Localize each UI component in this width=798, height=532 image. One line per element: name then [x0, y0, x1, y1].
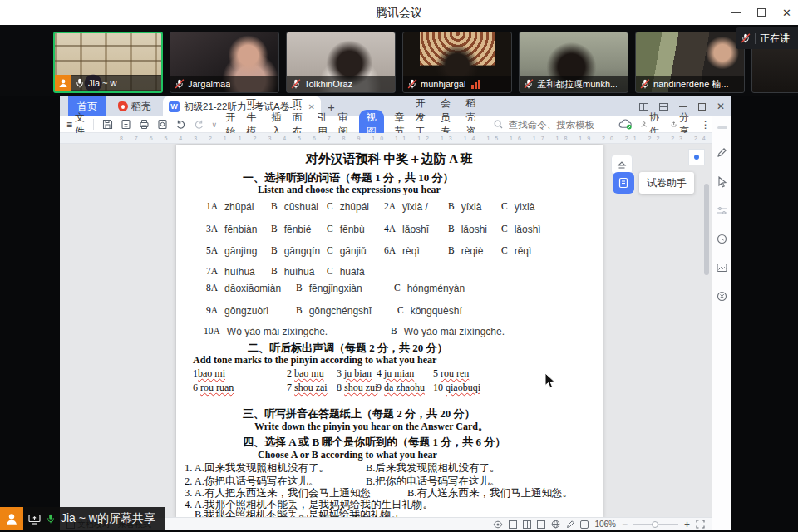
export-icon[interactable]	[121, 119, 131, 130]
participant-tile[interactable]: nandinerdene 楠...	[635, 32, 745, 93]
zoom-slider[interactable]	[633, 524, 678, 525]
edit-pen-icon[interactable]	[566, 520, 574, 529]
listening-option: Bfēnbié	[271, 224, 327, 235]
tab-store[interactable]: 稻壳	[111, 96, 158, 116]
doc-page[interactable]: 对外汉语预科 中奖＋边防 A 班一、选择听到的词语（每题 1 分，共 10 分）…	[176, 145, 603, 517]
wps-minimize-icon[interactable]	[679, 106, 687, 107]
split-view-icon[interactable]	[639, 103, 648, 111]
listening-row: 1AzhūpáiBcūshuàiCzhúpái2Ayǐxià /ByíxiàCy…	[206, 201, 561, 213]
listening-option: Bhuíhuà	[271, 266, 327, 278]
listening-option: Chuàfǎ	[327, 266, 384, 278]
zoom-level[interactable]: 106%	[594, 520, 616, 529]
wps-maximize-icon[interactable]	[698, 103, 706, 111]
share-banner[interactable]: Jia ~ w的屏幕共享	[0, 507, 165, 530]
participant-name-bar: munhjargal	[403, 76, 511, 92]
tone-item-number: 2	[287, 367, 294, 379]
tone-item: 10 qiaobuqi	[433, 382, 525, 394]
option-label: C	[501, 245, 508, 257]
doc-scrollbar-thumb[interactable]	[704, 184, 709, 275]
participant-tile[interactable]: Jargalmaa	[170, 32, 279, 93]
view-web-icon[interactable]	[537, 520, 545, 529]
tone-item-pinyin: ju mian	[384, 367, 414, 379]
tone-item-pinyin: da zhaohu	[384, 382, 425, 393]
listening-option: Czhúpái	[327, 201, 384, 213]
listening-option: Blǎoshi	[448, 224, 501, 235]
zoom-out-button[interactable]: −	[622, 520, 628, 530]
redo-dropdown-icon[interactable]: ∨	[212, 121, 218, 129]
option-pinyin: huàfǎ	[340, 266, 365, 278]
participant-name: TolkhinOraz	[304, 79, 352, 89]
history-clock-icon[interactable]	[717, 234, 727, 244]
exam-assistant-icon[interactable]	[613, 172, 634, 194]
view-globe-icon[interactable]	[551, 520, 560, 529]
participant-name: Jargalmaa	[188, 79, 230, 89]
screen-share-icon	[28, 514, 41, 525]
redo-icon[interactable]	[194, 120, 204, 130]
docer-flame-icon	[118, 101, 128, 111]
listening-option: 7Ahuìhuà	[206, 266, 271, 278]
view-outline-icon[interactable]	[523, 520, 531, 529]
more-menu-icon[interactable]: ⋮	[701, 119, 711, 131]
tone-item: 7 shou zai	[287, 382, 337, 394]
writer-doc-icon: W	[169, 101, 180, 112]
app-root: 腾讯会议 ✕ Jia ~ w Jargalmaa TolkhinOraz mun…	[0, 0, 798, 532]
exam-assistant[interactable]: 试卷助手	[613, 172, 694, 194]
mic-icon	[75, 78, 85, 88]
tone-row: 1bao mi2 bao mu3 ju bian4 ju mian5 rou r…	[193, 367, 525, 380]
option-label: 7A	[206, 266, 218, 278]
sidebar-handle[interactable]	[717, 126, 727, 129]
speaking-label: 正在讲	[760, 32, 790, 46]
undo-icon[interactable]	[175, 120, 186, 130]
muted-mic-icon	[291, 79, 301, 89]
participant-tile[interactable]: 孟和都拉嘎munkh...	[519, 32, 628, 93]
ab-option-a: 1. A.回来我发现照相机没有了。	[185, 461, 366, 475]
fit-page-icon[interactable]	[580, 520, 589, 529]
participant-tile[interactable]: Jia ~ w	[53, 32, 163, 93]
option-pinyin: hóngményàn	[407, 283, 465, 294]
layout-grid-icon[interactable]	[659, 103, 668, 111]
save-icon[interactable]	[102, 119, 113, 130]
maximize-icon[interactable]	[757, 8, 766, 17]
tone-item-pinyin: bao mu	[294, 367, 324, 379]
participant-tile[interactable]: TolkhinOraz	[286, 32, 396, 93]
option-pinyin: Wǒ yào mài zìxíngchē.	[404, 326, 505, 337]
view-page-icon[interactable]	[509, 520, 517, 529]
listening-option: 9Agōngzuòrì	[206, 305, 296, 317]
option-label: 6A	[384, 245, 396, 257]
zoom-in-button[interactable]: +	[684, 520, 690, 530]
stamp-seal-icon[interactable]	[717, 291, 727, 302]
option-pinyin: gānjìng	[224, 245, 257, 257]
pen-tool-icon[interactable]	[717, 147, 727, 158]
tone-item: 3 ju bian	[337, 367, 377, 380]
section-heading-en: Add tone marks to the pinyin according t…	[193, 354, 436, 367]
comment-indicator[interactable]	[688, 149, 705, 165]
listening-option: 5Agānjìng	[206, 245, 271, 257]
listening-row: 7AhuìhuàBhuíhuàChuàfǎ	[206, 266, 384, 278]
tone-item-number: 4	[377, 367, 384, 379]
fullscreen-icon[interactable]	[696, 520, 705, 529]
doc-title: 对外汉语预科 中奖＋边防 A 班	[176, 151, 603, 167]
wps-window: 首页 稻壳 W 初级21-22听力...考试A卷-第2学期 ✕ + ✕ ≡	[60, 96, 732, 530]
image-edit-icon[interactable]	[717, 263, 727, 273]
eye-protect-icon[interactable]	[493, 520, 503, 529]
close-icon[interactable]: ✕	[782, 7, 791, 18]
settings-slider-icon[interactable]	[717, 206, 727, 215]
pointer-tool-icon[interactable]	[717, 176, 727, 188]
search-input[interactable]	[507, 119, 610, 131]
tone-item-number: 3	[337, 367, 344, 379]
speaking-panel[interactable]: 正在讲	[736, 27, 798, 49]
tone-item-pinyin: rou ruan	[200, 382, 234, 393]
search-box[interactable]	[494, 119, 610, 131]
participant-name-bar: nandinerdene 楠...	[636, 76, 744, 92]
print-icon[interactable]	[139, 119, 150, 130]
listening-option: 3Afēnbiàn	[206, 224, 271, 235]
preview-icon[interactable]	[157, 119, 168, 130]
participant-name-bar: Jia ~ w	[55, 75, 161, 91]
participant-tile[interactable]: munhjargal	[402, 32, 512, 93]
option-label: C	[327, 245, 333, 257]
cloud-sync-icon[interactable]	[618, 119, 633, 130]
listening-option: BWǒ yào mài zìxíngchē.	[391, 326, 549, 337]
option-label: C	[327, 224, 333, 235]
minimize-icon[interactable]	[731, 12, 741, 13]
tone-item-pinyin: shou zai	[294, 382, 328, 393]
